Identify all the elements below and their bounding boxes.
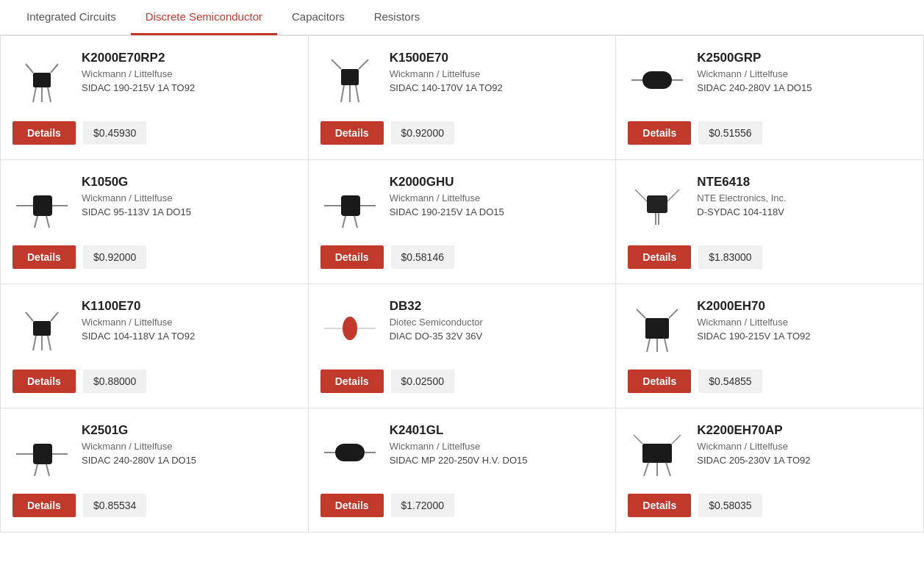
card-top: K1500E70 Wickmann / Littelfuse SIDAC 140… [320, 51, 601, 109]
card-actions: Details $1.72000 [320, 494, 601, 517]
svg-rect-16 [33, 195, 52, 216]
svg-line-54 [666, 463, 670, 476]
svg-line-1 [33, 87, 36, 102]
card-top: DB32 Diotec Semiconductor DIAC DO-35 32V… [320, 299, 601, 358]
svg-rect-6 [341, 69, 359, 85]
details-button[interactable]: Details [628, 370, 691, 393]
card-info: K2501G Wickmann / Littelfuse SIDAC 240-2… [82, 423, 293, 466]
product-name: DB32 [390, 299, 601, 314]
product-image [320, 175, 379, 234]
tab-discrete-semiconductor[interactable]: Discrete Semiconductor [131, 0, 277, 35]
product-spec: SIDAC MP 220-250V H.V. DO15 [390, 455, 601, 466]
product-card: NTE6418 NTE Electronics, Inc. D-SYDAC 10… [616, 160, 924, 284]
card-info: K1100E70 Wickmann / Littelfuse SIDAC 104… [82, 299, 293, 342]
product-brand: Diotec Semiconductor [390, 317, 601, 328]
card-info: K2000GHU Wickmann / Littelfuse SIDAC 190… [390, 175, 601, 217]
price-badge: $1.83000 [698, 245, 762, 269]
card-actions: Details $0.54855 [628, 370, 909, 393]
card-top: K2200EH70AP Wickmann / Littelfuse SIDAC … [628, 423, 909, 482]
product-image [628, 175, 687, 234]
product-name: K1500E70 [390, 51, 601, 65]
card-info: K2000E70RP2 Wickmann / Littelfuse SIDAC … [82, 51, 293, 93]
product-name: K2500GRP [697, 51, 909, 65]
card-actions: Details $0.88000 [12, 370, 293, 393]
product-name: K2000EH70 [697, 299, 909, 314]
product-name: K1100E70 [82, 299, 293, 314]
product-brand: Wickmann / Littelfuse [697, 317, 909, 328]
card-top: K2501G Wickmann / Littelfuse SIDAC 240-2… [12, 423, 293, 482]
product-card: K2501G Wickmann / Littelfuse SIDAC 240-2… [1, 408, 309, 533]
product-brand: Wickmann / Littelfuse [82, 317, 293, 328]
card-actions: Details $0.85534 [12, 494, 293, 517]
svg-line-34 [51, 312, 58, 321]
svg-rect-50 [335, 444, 365, 461]
product-card: K2000GHU Wickmann / Littelfuse SIDAC 190… [309, 160, 617, 284]
card-top: NTE6418 NTE Electronics, Inc. D-SYDAC 10… [628, 175, 909, 234]
product-brand: Wickmann / Littelfuse [390, 441, 601, 452]
card-actions: Details $0.92000 [12, 245, 293, 269]
card-top: K2000EH70 Wickmann / Littelfuse SIDAC 19… [628, 299, 909, 358]
svg-line-23 [354, 216, 357, 228]
product-card: K2000E70RP2 Wickmann / Littelfuse SIDAC … [1, 36, 309, 160]
tab-resistors[interactable]: Resistors [359, 0, 435, 35]
details-button[interactable]: Details [320, 245, 384, 269]
product-spec: SIDAC 205-230V 1A TO92 [697, 455, 909, 466]
product-brand: Wickmann / Littelfuse [697, 68, 909, 79]
details-button[interactable]: Details [12, 370, 76, 393]
price-badge: $0.92000 [391, 121, 454, 145]
product-brand: Wickmann / Littelfuse [390, 68, 601, 79]
price-badge: $0.54855 [698, 370, 762, 393]
product-spec: SIDAC 240-280V 1A DO15 [82, 455, 293, 466]
tab-integrated-circuits[interactable]: Integrated Circuits [12, 0, 131, 35]
details-button[interactable]: Details [628, 494, 691, 517]
product-spec: SIDAC 190-215V 1A TO92 [697, 331, 909, 342]
svg-line-42 [637, 309, 645, 318]
details-button[interactable]: Details [628, 121, 691, 145]
svg-rect-51 [642, 444, 672, 463]
svg-line-52 [644, 463, 648, 476]
details-button[interactable]: Details [628, 245, 691, 269]
product-image [12, 51, 71, 109]
details-button[interactable]: Details [320, 121, 384, 145]
svg-line-39 [647, 339, 650, 352]
card-top: K1050G Wickmann / Littelfuse SIDAC 95-11… [12, 175, 293, 234]
details-button[interactable]: Details [12, 245, 76, 269]
details-button[interactable]: Details [12, 121, 76, 145]
price-badge: $0.85534 [83, 494, 146, 517]
details-button[interactable]: Details [320, 370, 384, 393]
price-badge: $0.58146 [391, 245, 454, 269]
card-info: K1500E70 Wickmann / Littelfuse SIDAC 140… [390, 51, 601, 93]
svg-line-22 [343, 216, 345, 228]
svg-line-43 [669, 309, 678, 318]
product-image [320, 299, 379, 358]
card-info: K1050G Wickmann / Littelfuse SIDAC 95-11… [82, 175, 293, 217]
product-spec: SIDAC 95-113V 1A DO15 [82, 206, 293, 217]
svg-line-55 [634, 435, 642, 444]
product-brand: Wickmann / Littelfuse [82, 192, 293, 203]
card-actions: Details $0.02500 [320, 370, 601, 393]
product-image [628, 51, 687, 109]
product-name: K2000GHU [390, 175, 601, 190]
price-badge: $0.51556 [698, 121, 762, 145]
card-top: K2000E70RP2 Wickmann / Littelfuse SIDAC … [12, 51, 293, 109]
svg-line-5 [51, 64, 58, 73]
tab-capacitors[interactable]: Capacitors [277, 0, 359, 35]
svg-line-48 [46, 464, 49, 476]
card-top: K2401GL Wickmann / Littelfuse SIDAC MP 2… [320, 423, 601, 482]
product-name: NTE6418 [697, 175, 909, 190]
product-spec: D-SYDAC 104-118V [697, 206, 909, 217]
details-button[interactable]: Details [12, 494, 76, 517]
product-name: K2501G [82, 423, 293, 438]
svg-line-33 [26, 312, 33, 321]
svg-line-11 [359, 60, 368, 69]
product-card: K2500GRP Wickmann / Littelfuse SIDAC 240… [616, 36, 924, 160]
card-actions: Details $0.58146 [320, 245, 601, 269]
product-image [12, 423, 71, 482]
product-card: K2200EH70AP Wickmann / Littelfuse SIDAC … [616, 408, 924, 533]
product-image [12, 299, 71, 358]
details-button[interactable]: Details [320, 494, 384, 517]
card-info: K2200EH70AP Wickmann / Littelfuse SIDAC … [697, 423, 909, 466]
price-badge: $0.88000 [83, 370, 146, 393]
svg-line-4 [26, 64, 33, 73]
card-actions: Details $0.45930 [12, 121, 293, 145]
